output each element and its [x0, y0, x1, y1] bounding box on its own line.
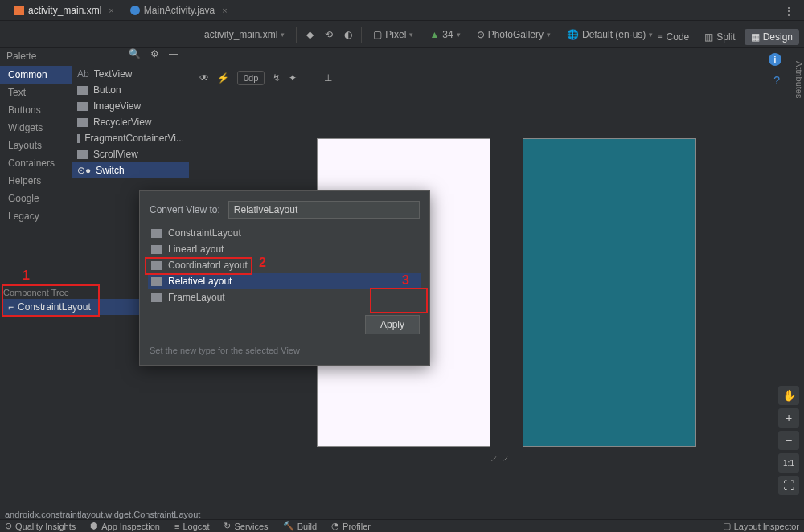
design-surface-icon[interactable]: ◆: [303, 28, 316, 41]
help-icon[interactable]: ?: [773, 74, 780, 87]
editor-tabs: activity_main.xml × MainActivity.java × …: [0, 0, 804, 21]
theme-dropdown[interactable]: ⊙ PhotoGallery ▾: [472, 27, 556, 43]
services-button[interactable]: ↻ Services: [224, 521, 268, 531]
option-linearlayout[interactable]: LinearLayout: [148, 241, 421, 257]
option-constraintlayout[interactable]: ConstraintLayout: [148, 225, 421, 241]
widget-button[interactable]: Button: [72, 82, 189, 98]
split-view-button[interactable]: ▥ Split: [698, 29, 741, 45]
layout-options-list: ConstraintLayout LinearLayout Coordinato…: [140, 225, 429, 310]
convert-view-dialog: Convert View to: ConstraintLayout Linear…: [139, 190, 430, 366]
category-buttons[interactable]: Buttons: [0, 101, 72, 119]
file-dropdown[interactable]: activity_main.xml ▾: [199, 27, 289, 43]
logcat-button[interactable]: ≡ Logcat: [174, 522, 209, 531]
tab-activity-main[interactable]: activity_main.xml ×: [6, 2, 122, 19]
category-widgets[interactable]: Widgets: [0, 119, 72, 137]
annotation-label-3: 3: [402, 273, 409, 288]
widget-switch[interactable]: ⊙●Switch: [72, 162, 189, 178]
search-icon[interactable]: 🔍: [129, 48, 141, 59]
annotation-label-1: 1: [23, 268, 30, 283]
palette-widgets: AbTextView Button ImageView RecyclerView…: [72, 66, 189, 178]
apply-button[interactable]: Apply: [365, 315, 420, 334]
guidelines-icon[interactable]: ⊥: [324, 72, 332, 84]
dialog-hint: Set the new type for the selected View: [140, 339, 429, 365]
info-icon[interactable]: i: [769, 53, 781, 66]
infer-constraints-icon[interactable]: ✦: [289, 72, 297, 84]
xml-icon: [14, 6, 24, 15]
zoom-in-button[interactable]: +: [778, 408, 799, 428]
category-text[interactable]: Text: [0, 84, 72, 101]
zoom-fit-button[interactable]: 1:1: [778, 453, 799, 473]
night-mode-icon[interactable]: ◐: [342, 28, 355, 41]
minimize-icon[interactable]: —: [169, 48, 178, 59]
zoom-tools: ✋ + − 1:1 ⛶: [778, 386, 801, 495]
app-inspection-button[interactable]: ⬢ App Inspection: [90, 521, 160, 531]
clear-constraints-icon[interactable]: ↯: [273, 72, 281, 84]
orientation-icon[interactable]: ⟲: [322, 28, 335, 41]
close-icon[interactable]: ×: [109, 6, 113, 15]
more-menu-icon[interactable]: ⋮: [783, 5, 794, 18]
widget-scrollview[interactable]: ScrollView: [72, 146, 189, 162]
gear-icon[interactable]: ⚙: [150, 48, 159, 59]
category-helpers[interactable]: Helpers: [0, 172, 72, 190]
annotation-label-2: 2: [259, 256, 266, 270]
attributes-panel-tab[interactable]: Attributes: [788, 56, 804, 98]
code-view-button[interactable]: ≡ Code: [651, 29, 696, 45]
close-icon[interactable]: ×: [222, 6, 227, 15]
autoconnect-icon[interactable]: ⚡: [217, 72, 229, 84]
category-common[interactable]: Common: [0, 66, 72, 84]
widget-fragmentcontainer[interactable]: FragmentContainerVi...: [72, 130, 189, 146]
api-dropdown[interactable]: ▲ 34 ▾: [425, 27, 465, 43]
palette-toolbar: 🔍 ⚙ —: [129, 48, 178, 59]
category-google[interactable]: Google: [0, 190, 72, 207]
category-containers[interactable]: Containers: [0, 154, 72, 172]
default-margin[interactable]: 0dp: [237, 71, 265, 85]
widget-textview[interactable]: AbTextView: [72, 66, 189, 82]
zoom-reset-button[interactable]: ⛶: [778, 476, 799, 495]
tab-label: activity_main.xml: [28, 5, 101, 16]
layout-inspector-button[interactable]: ▢ Layout Inspector: [723, 521, 799, 531]
visibility-icon[interactable]: 👁: [199, 72, 209, 84]
option-relativelayout[interactable]: RelativeLayout: [148, 273, 421, 289]
design-sub-toolbar: 👁 ⚡ 0dp ↯ ✦ ⊥: [199, 71, 332, 85]
category-legacy[interactable]: Legacy: [0, 207, 72, 225]
convert-view-input[interactable]: [228, 201, 420, 219]
option-framelayout[interactable]: FrameLayout: [148, 289, 421, 305]
dialog-label: Convert View to:: [150, 204, 220, 215]
bottom-tool-bar: ⊙ Quality Insights ⬢ App Inspection ≡ Lo…: [0, 519, 804, 532]
profiler-button[interactable]: ◔ Profiler: [331, 521, 371, 531]
resize-handle-icon[interactable]: ⟋⟋: [489, 452, 511, 464]
widget-recyclerview[interactable]: RecyclerView: [72, 114, 189, 130]
category-layouts[interactable]: Layouts: [0, 137, 72, 154]
tab-main-activity[interactable]: MainActivity.java ×: [122, 2, 236, 19]
constraint-layout-icon: ⌐: [8, 301, 14, 313]
palette-categories: Common Text Buttons Widgets Layouts Cont…: [0, 66, 72, 225]
build-button[interactable]: 🔨 Build: [283, 521, 317, 531]
zoom-out-button[interactable]: −: [778, 431, 799, 450]
component-tree-header: Component Tree: [3, 288, 69, 297]
java-icon: [130, 6, 140, 15]
widget-imageview[interactable]: ImageView: [72, 98, 189, 114]
tab-label: MainActivity.java: [144, 5, 215, 16]
device-dropdown[interactable]: ▢ Pixel ▾: [368, 27, 418, 43]
blueprint-surface[interactable]: [523, 138, 696, 447]
locale-dropdown[interactable]: 🌐 Default (en-us) ▾: [562, 27, 658, 43]
design-view-button[interactable]: ▦ Design: [745, 29, 799, 45]
pan-icon[interactable]: ✋: [778, 386, 799, 405]
view-mode-bar: ≡ Code ▥ Split ▦ Design: [651, 29, 799, 45]
option-coordinatorlayout[interactable]: CoordinatorLayout: [148, 257, 421, 273]
status-text: androidx.constraintlayout.widget.Constra…: [5, 509, 200, 519]
quality-insights-button[interactable]: ⊙ Quality Insights: [5, 521, 76, 531]
